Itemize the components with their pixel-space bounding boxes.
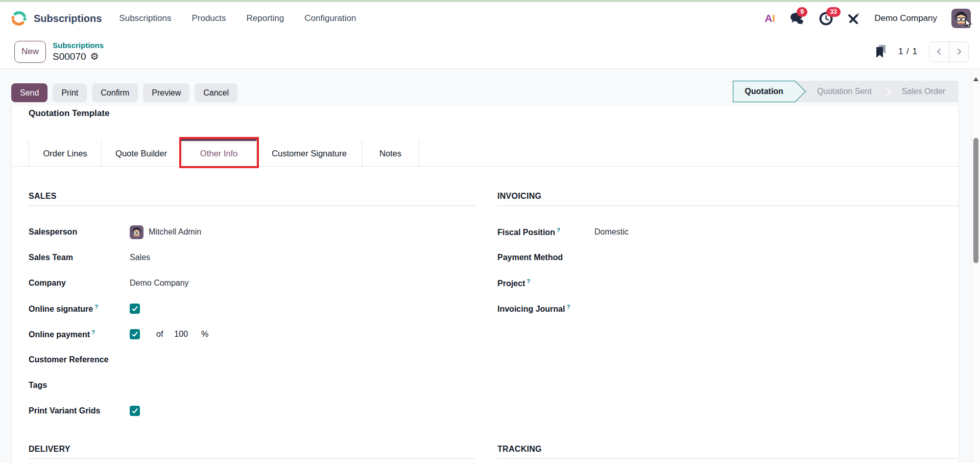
checkbox-online-payment[interactable]	[130, 329, 140, 339]
mouse-cursor	[965, 19, 973, 30]
status-stage-quotation-sent[interactable]: Quotation Sent	[817, 87, 872, 96]
field-row-customer-reference: Customer Reference	[29, 347, 475, 373]
cancel-button[interactable]: Cancel	[195, 83, 237, 102]
tools-icon[interactable]	[847, 12, 860, 25]
messages-menu[interactable]: 9	[790, 12, 805, 26]
sales-group: SALES	[29, 192, 475, 206]
gear-icon[interactable]: ⚙	[90, 52, 99, 61]
status-stage-sales-order[interactable]: Sales Order	[902, 87, 945, 96]
vertical-scrollbar[interactable]	[971, 69, 980, 463]
nav-menu-products[interactable]: Products	[192, 13, 226, 24]
breadcrumb-bar: New Subscriptions S00070 ⚙ 1 / 1	[0, 35, 980, 69]
activities-menu[interactable]: 33	[819, 12, 833, 26]
field-row-online-payment: Online payment? of100%	[29, 321, 475, 347]
notebook-tabs: Order LinesQuote BuilderOther InfoCustom…	[12, 139, 959, 167]
sales-group-title: SALES	[29, 192, 475, 206]
new-button[interactable]: New	[14, 41, 46, 63]
help-icon[interactable]: ?	[527, 278, 530, 284]
tab-notes[interactable]: Notes	[362, 139, 419, 166]
chevron-separator-icon	[882, 87, 891, 96]
field-row-project: Project?	[497, 270, 959, 296]
field-label-tags: Tags	[29, 381, 130, 390]
field-row-online-signature: Online signature?	[29, 296, 475, 321]
field-label-customer-reference: Customer Reference	[29, 355, 130, 364]
field-value-fiscal-position[interactable]: Domestic	[594, 227, 629, 237]
confirm-button[interactable]: Confirm	[92, 83, 138, 102]
tab-other-info[interactable]: Other Info	[181, 139, 257, 166]
field-value-sales-team[interactable]: Sales	[130, 253, 150, 262]
field-value-online-payment[interactable]: of100%	[130, 329, 208, 339]
field-value-print-variant-grids[interactable]	[130, 406, 140, 416]
chevron-left-icon[interactable]	[929, 41, 949, 62]
tab-quote-builder[interactable]: Quote Builder	[102, 139, 181, 166]
field-label-online-signature: Online signature?	[29, 304, 130, 314]
field-label-payment-method: Payment Method	[497, 253, 594, 262]
field-label-sales-team: Sales Team	[29, 253, 130, 262]
company-switcher[interactable]: Demo Company	[874, 13, 937, 24]
field-label-print-variant-grids: Print Variant Grids	[29, 406, 130, 415]
field-label-invoicing-journal: Invoicing Journal?	[497, 304, 594, 314]
delivery-group-title: DELIVERY	[29, 445, 475, 459]
print-button[interactable]: Print	[53, 83, 87, 102]
tracking-group: TRACKING	[497, 445, 959, 459]
percent-label: %	[201, 330, 208, 339]
main-menu: SubscriptionsProductsReportingConfigurat…	[119, 13, 356, 24]
nav-menu-reporting[interactable]: Reporting	[247, 13, 284, 24]
odoo-logo[interactable]	[10, 10, 28, 27]
invoicing-group-title: INVOICING	[497, 192, 959, 206]
nav-menu-subscriptions[interactable]: Subscriptions	[119, 13, 171, 24]
field-value-company[interactable]: Demo Company	[130, 279, 189, 288]
pager-count[interactable]: 1 / 1	[898, 47, 918, 57]
invoicing-fields: Fiscal Position?DomesticPayment MethodPr…	[497, 219, 959, 321]
ai-icon[interactable]: AI	[764, 12, 775, 25]
field-value-salesperson[interactable]: Mitchell Admin	[130, 225, 201, 239]
checkbox-online-signature[interactable]	[130, 304, 140, 314]
field-row-fiscal-position: Fiscal Position?Domestic	[497, 219, 959, 245]
salesperson-avatar	[130, 225, 144, 239]
field-value-text[interactable]: Sales	[130, 253, 150, 262]
status-stages-rest: Quotation SentSales Order	[796, 81, 959, 102]
field-row-payment-method: Payment Method	[497, 245, 959, 270]
app-title: Subscriptions	[34, 13, 102, 25]
send-button[interactable]: Send	[11, 83, 47, 102]
field-label-company: Company	[29, 279, 130, 288]
field-row-salesperson: Salesperson Mitchell Admin	[29, 219, 475, 245]
chevron-right-icon[interactable]	[949, 41, 969, 62]
field-row-print-variant-grids: Print Variant Grids	[29, 398, 475, 424]
nav-menu-configuration[interactable]: Configuration	[304, 13, 356, 24]
field-value-text[interactable]: Domestic	[594, 227, 629, 237]
activities-badge: 33	[826, 7, 841, 17]
status-bar: QuotationQuotation SentSales Order	[733, 81, 959, 102]
breadcrumb-parent-link[interactable]: Subscriptions	[53, 41, 104, 51]
prepaid-of-label: of	[156, 330, 163, 339]
sales-fields: Salesperson Mitchell AdminSales TeamSale…	[29, 219, 475, 424]
help-icon[interactable]: ?	[557, 227, 560, 233]
pager	[929, 41, 969, 62]
status-stage-quotation[interactable]: Quotation	[733, 81, 796, 102]
tracking-group-title: TRACKING	[497, 445, 959, 459]
field-row-invoicing-journal: Invoicing Journal?	[497, 296, 959, 321]
scroll-up-arrow[interactable]	[973, 77, 978, 81]
scrollbar-thumb[interactable]	[973, 138, 978, 263]
prepaid-amount-input[interactable]: 100	[174, 330, 188, 339]
field-value-text[interactable]: Mitchell Admin	[149, 227, 201, 237]
bookmark-icon[interactable]	[875, 45, 887, 58]
field-row-sales-team: Sales TeamSales	[29, 245, 475, 270]
field-value-text[interactable]: Demo Company	[130, 279, 189, 288]
checkbox-print-variant-grids[interactable]	[130, 406, 140, 416]
field-row-tags: Tags	[29, 373, 475, 398]
help-icon[interactable]: ?	[91, 329, 95, 335]
help-icon[interactable]: ?	[566, 304, 570, 310]
tab-order-lines[interactable]: Order Lines	[29, 139, 102, 166]
field-label-online-payment: Online payment?	[29, 329, 130, 339]
breadcrumb-right: 1 / 1	[875, 41, 969, 62]
user-avatar[interactable]	[951, 9, 971, 28]
invoicing-group: INVOICING	[497, 192, 959, 206]
help-icon[interactable]: ?	[94, 304, 98, 310]
field-value-online-signature[interactable]	[130, 304, 140, 314]
field-label-fiscal-position: Fiscal Position?	[497, 227, 594, 237]
tab-customer-signature[interactable]: Customer Signature	[257, 139, 362, 166]
preview-button[interactable]: Preview	[143, 83, 189, 102]
form-sheet: Quotation Template Order LinesQuote Buil…	[11, 106, 959, 463]
quotation-template-label: Quotation Template	[29, 108, 109, 119]
